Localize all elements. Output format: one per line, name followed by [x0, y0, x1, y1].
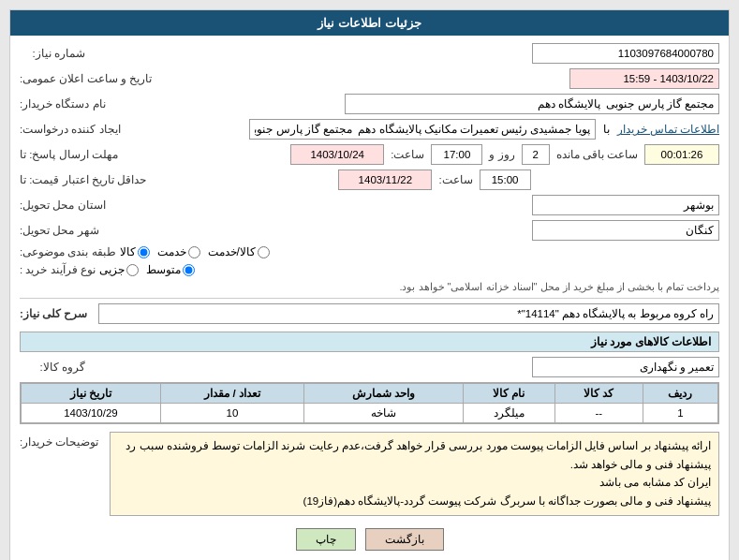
pardakht-row: پرداخت تمام با بخشی از مبلغ خرید از محل … — [20, 281, 719, 293]
radio-motevaset-label: متوسط — [146, 263, 181, 276]
saaat2-label: ساعت: — [438, 173, 472, 186]
page-header: جزئیات اطلاعات نیاز — [10, 10, 729, 36]
hadaghal-row: ساعت: حداقل تاریخ اعتبار قیمت: تا — [20, 169, 719, 190]
ostan-label: استان محل تحویل: — [20, 199, 106, 212]
radio-jozi-input[interactable] — [126, 264, 139, 276]
radio-kaala-khedmat[interactable]: کالا/خدمت — [208, 245, 270, 258]
col-radif: ردیف — [643, 384, 717, 404]
cell-nam: میلگرد — [463, 404, 554, 423]
shahr-label: شهر محل تحویل: — [20, 224, 99, 237]
cell-kod: -- — [554, 404, 643, 423]
ostan-input[interactable] — [532, 195, 719, 215]
saaat-input[interactable] — [431, 144, 482, 165]
date1-input[interactable] — [290, 144, 384, 165]
info-kaala-header: اطلاعات کالاهای مورد نیاز — [20, 332, 719, 352]
roz-label: روز و — [489, 148, 514, 161]
cell-radif: 1 — [643, 404, 717, 423]
radio-jozi-label: جزیی — [99, 263, 125, 276]
radio-motevaset[interactable]: متوسط — [146, 263, 195, 276]
main-container: جزئیات اطلاعات نیاز شماره نیاز: تاریخ و … — [9, 9, 730, 560]
radio-khedmat-label: خدمت — [157, 245, 186, 258]
cell-vahed: شاخه — [304, 404, 464, 423]
baqi-input[interactable] — [644, 144, 719, 165]
tabaghe-label: طبقه بندی موضوعی: — [20, 245, 116, 258]
ijad-input[interactable] — [249, 119, 596, 140]
tabaghe-radios: کالا/خدمت خدمت کالا — [120, 245, 270, 258]
radio-kaala-khedmat-input[interactable] — [258, 246, 270, 258]
notes-label: توضیحات خریدار: — [20, 435, 98, 449]
ostan-row: استان محل تحویل: — [20, 195, 719, 215]
radio-kaala-label: کالا — [120, 245, 136, 258]
noe-row: متوسط جزیی نوع فرآیند خرید : — [20, 263, 719, 276]
grohe-label: گروه کالا: — [20, 361, 85, 374]
notes-line: پیشنهاد فنی و مالی خواهد شد. — [118, 456, 711, 475]
btn-row: بازگشت چاپ — [20, 528, 719, 551]
notes-line: ایران کد مشابه می باشد — [118, 474, 711, 493]
grohe-row: گروه کالا: — [20, 357, 719, 377]
nam-dastgah-input[interactable] — [345, 94, 719, 114]
shahr-input[interactable] — [532, 220, 719, 241]
notes-box: ارائه پیشنهاد بر اساس فایل الزامات پیوست… — [110, 432, 719, 516]
ijad-label: ایجاد کننده درخواست: — [20, 123, 121, 136]
radio-kaala[interactable]: کالا — [120, 245, 150, 258]
serh-input[interactable] — [98, 303, 719, 324]
radio-kaala-input[interactable] — [138, 246, 150, 258]
print-button[interactable]: چاپ — [296, 528, 356, 551]
shomara-label: شماره نیاز: — [20, 47, 85, 60]
col-vahed: واحد شمارش — [304, 384, 464, 404]
radio-khedmat-input[interactable] — [188, 246, 200, 258]
shahr-row: شهر محل تحویل: — [20, 220, 719, 241]
col-kod: کد کالا — [554, 384, 643, 404]
noe-label: نوع فرآیند خرید : — [20, 263, 96, 276]
col-tedad: تعداد / مقدار — [160, 384, 303, 404]
radio-kaala-khedmat-label: کالا/خدمت — [208, 245, 256, 258]
info-link[interactable]: اطلاعات تماس خریدار — [617, 123, 719, 136]
serh-row: سرح کلی نیاز: — [20, 303, 719, 324]
divider1 — [20, 298, 719, 299]
grohe-input[interactable] — [532, 357, 719, 377]
kaala-table-container: ردیف کد کالا نام کالا واحد شمارش تعداد /… — [20, 382, 719, 424]
ba-text: با — [603, 123, 610, 136]
tarikh-input[interactable] — [569, 68, 719, 89]
radio-jozi[interactable]: جزیی — [99, 263, 139, 276]
tabaghe-row: کالا/خدمت خدمت کالا طبقه بندی موضوعی: — [20, 245, 719, 258]
saaat2-input[interactable] — [480, 169, 531, 190]
noe-radios: متوسط جزیی — [99, 263, 195, 276]
saaat-label: ساعت: — [391, 148, 424, 161]
page-content: شماره نیاز: تاریخ و ساعت اعلان عمومی: نا… — [10, 36, 729, 560]
date2-input[interactable] — [338, 169, 432, 190]
col-tarikh: تاریخ نیاز — [22, 384, 161, 404]
baqi-label: ساعت باقی مانده — [556, 148, 638, 161]
table-row: 1 -- میلگرد شاخه 10 1403/10/29 — [22, 404, 718, 423]
pardakht-text: پرداخت تمام با بخشی از مبلغ خرید از محل … — [399, 281, 719, 293]
shomara-row: شماره نیاز: — [20, 43, 719, 64]
radio-khedmat[interactable]: خدمت — [157, 245, 200, 258]
col-nam: نام کالا — [463, 384, 554, 404]
kaala-table: ردیف کد کالا نام کالا واحد شمارش تعداد /… — [21, 383, 718, 423]
roz-input[interactable] — [522, 144, 550, 165]
page-title: جزئیات اطلاعات نیاز — [318, 16, 421, 30]
radio-motevaset-input[interactable] — [183, 264, 195, 276]
hadaghal-label: حداقل تاریخ اعتبار قیمت: تا — [20, 173, 146, 186]
nam-dastgah-label: نام دستگاه خریدار: — [20, 97, 106, 111]
notes-row: ارائه پیشنهاد بر اساس فایل الزامات پیوست… — [20, 432, 719, 523]
back-button[interactable]: بازگشت — [365, 528, 444, 551]
notes-line: پیشنهاد فنی و مالی بصورت جداگانه با سربر… — [118, 493, 711, 511]
tarikh-row: تاریخ و ساعت اعلان عمومی: — [20, 68, 719, 89]
cell-tarikh: 1403/10/29 — [22, 404, 161, 423]
mohlet-row: ساعت باقی مانده روز و ساعت: مهلت ارسال پ… — [20, 144, 719, 165]
mohlet-label: مهلت ارسال پاسخ: تا — [20, 148, 118, 161]
cell-tedad: 10 — [160, 404, 303, 423]
ijad-row: اطلاعات تماس خریدار با ایجاد کننده درخوا… — [20, 119, 719, 140]
nam-dastgah-row: نام دستگاه خریدار: — [20, 94, 719, 114]
tarikh-label: تاریخ و ساعت اعلان عمومی: — [20, 72, 152, 85]
serh-label: سرح کلی نیاز: — [20, 307, 87, 320]
notes-line: ارائه پیشنهاد بر اساس فایل الزامات پیوست… — [118, 437, 711, 456]
shomara-input[interactable] — [532, 43, 719, 64]
